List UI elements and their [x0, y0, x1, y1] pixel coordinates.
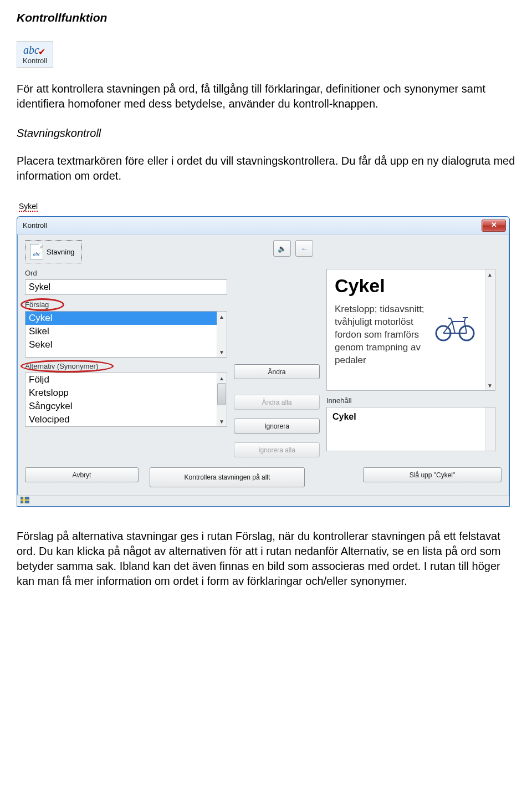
- list-item[interactable]: Sångcykel: [25, 400, 227, 413]
- checkmark-icon: ✔: [38, 47, 45, 57]
- tab-label: Stavning: [47, 248, 75, 256]
- close-button[interactable]: ✕: [482, 220, 506, 232]
- scroll-down-icon[interactable]: ▼: [217, 347, 227, 357]
- close-icon: ✕: [491, 221, 497, 229]
- paragraph-3: Förslag på alternativa stavningar ges i …: [17, 529, 515, 589]
- speaker-icon: 🔈: [278, 244, 287, 253]
- avbryt-button[interactable]: Avbryt: [25, 467, 139, 482]
- alternativ-listbox[interactable]: Följd Kretslopp Sångcykel Velociped ▲ ▼: [25, 373, 227, 427]
- scrollbar[interactable]: ▲ ▼: [485, 269, 495, 390]
- innehall-value: Cykel: [332, 412, 356, 421]
- scroll-up-icon[interactable]: ▲: [485, 269, 495, 279]
- ignorera-alla-button[interactable]: Ignorera alla: [234, 442, 320, 457]
- list-item[interactable]: Följd: [25, 373, 227, 386]
- scroll-up-icon[interactable]: ▲: [217, 312, 227, 322]
- intro-paragraph: För att kontrollera stavningen på ord, f…: [17, 81, 515, 111]
- titlebar: Kontroll ✕: [17, 217, 509, 235]
- scroll-up-icon[interactable]: ▲: [217, 373, 227, 383]
- innehall-box[interactable]: Cykel: [326, 407, 495, 451]
- back-button[interactable]: ←: [295, 240, 313, 257]
- innehall-label: Innehåll: [326, 396, 495, 405]
- definition-text: Kretslopp; tidsavsnitt; tvåhjuligt motor…: [335, 303, 429, 367]
- paragraph-2: Placera textmarkören före eller i ordet …: [17, 154, 515, 183]
- bicycle-icon: [434, 314, 476, 341]
- list-item[interactable]: Sikel: [25, 325, 227, 338]
- forslag-listbox[interactable]: Cykel Sikel Sekel ▲ ▼: [25, 311, 227, 358]
- definition-word: Cykel: [335, 275, 487, 297]
- scroll-thumb[interactable]: [217, 383, 226, 405]
- list-item[interactable]: Sekel: [25, 338, 227, 351]
- list-item[interactable]: Kretslopp: [25, 386, 227, 400]
- ignorera-button[interactable]: Ignorera: [234, 419, 320, 434]
- misspelled-example: Sykel: [19, 202, 38, 212]
- forslag-label: Förslag: [25, 300, 227, 309]
- ord-input[interactable]: [25, 279, 227, 295]
- kontroll-dialog: Kontroll ✕ abc Stavning 🔈 ← Ord Förslag: [17, 216, 510, 507]
- window-title: Kontroll: [23, 221, 47, 230]
- control-icon-label: Kontroll: [23, 57, 47, 65]
- scroll-down-icon[interactable]: ▼: [217, 416, 227, 426]
- alternativ-label: Alternativ (Synonymer): [25, 362, 227, 370]
- page-heading: Kontrollfunktion: [17, 11, 515, 24]
- andra-alla-button[interactable]: Ändra alla: [234, 395, 320, 410]
- status-bar: [17, 495, 509, 506]
- andra-button[interactable]: Ändra: [234, 364, 320, 379]
- abc-icon: abc: [23, 44, 39, 56]
- sla-upp-button[interactable]: Slå upp "Cykel": [363, 467, 502, 482]
- scrollbar[interactable]: [485, 407, 495, 451]
- list-item[interactable]: Cykel: [25, 312, 227, 325]
- subheading: Stavningskontroll: [17, 127, 515, 140]
- speaker-button[interactable]: 🔈: [273, 240, 291, 257]
- scroll-down-icon[interactable]: ▼: [485, 380, 495, 390]
- kontrollera-allt-button[interactable]: Kontrollera stavningen på allt: [150, 467, 305, 487]
- list-item[interactable]: Velociped: [25, 413, 227, 426]
- control-toolbar-icon: abc✔ Kontroll: [17, 41, 53, 68]
- back-arrow-icon: ←: [301, 244, 308, 253]
- scrollbar[interactable]: ▲ ▼: [217, 312, 227, 357]
- ord-label: Ord: [25, 269, 227, 277]
- document-abc-icon: abc: [30, 244, 43, 259]
- stavning-tab[interactable]: abc Stavning: [25, 240, 82, 263]
- scrollbar[interactable]: ▲ ▼: [217, 373, 227, 426]
- flag-icon[interactable]: [21, 497, 29, 503]
- definition-panel: Cykel Kretslopp; tidsavsnitt; tvåhjuligt…: [326, 269, 495, 391]
